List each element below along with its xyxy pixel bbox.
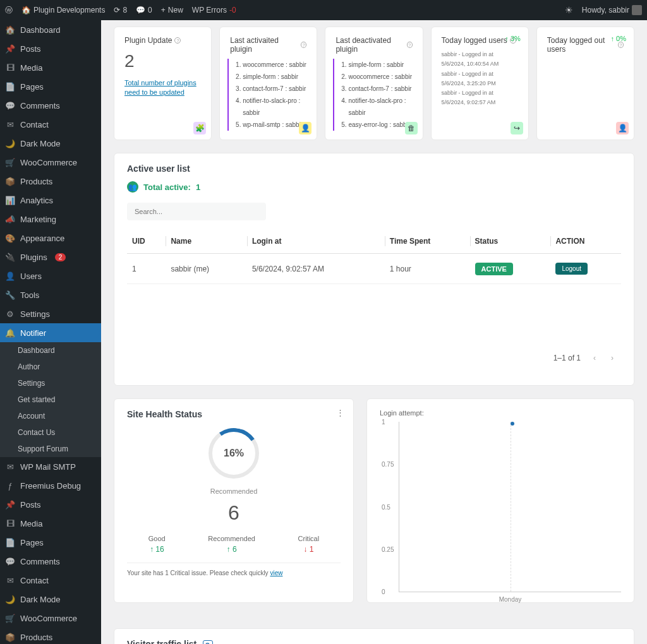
sidebar-item-dark-mode[interactable]: 🌙Dark Mode [0,590,101,609]
sidebar-item-products[interactable]: 📦Products [0,172,101,191]
submenu-get-started[interactable]: Get started [0,391,101,408]
sidebar-item-posts[interactable]: 📌Posts [0,39,101,58]
submenu-settings[interactable]: Settings [0,375,101,391]
health-view-link[interactable]: view [270,569,282,576]
sidebar-item-notifier[interactable]: 🔔Notifier [0,323,101,342]
site-health-panel: Site Health Status ⋮ 16% Recommended 6 G… [114,398,354,603]
log-item: sabbir - Logged in at 5/6/2024, 9:02:57 … [442,88,518,108]
prev-page-button[interactable]: ‹ [591,351,598,365]
sidebar-item-analytics[interactable]: 📊Analytics [0,191,101,210]
list-item: contact-form-7 : sabbir [243,83,306,95]
menu-icon: 🏠 [5,25,15,35]
visitor-traffic-panel: Visitor traffic list ⟳ IDIPCountryCityVi… [114,628,634,644]
menu-icon: 💬 [5,100,15,110]
help-icon[interactable]: ? [618,42,624,48]
sidebar-item-media[interactable]: 🎞Media [0,514,101,533]
submenu-account[interactable]: Account [0,408,101,424]
menu-icon: 📊 [5,195,15,205]
list-item: woocommerce : sabbir [348,71,412,83]
sidebar-item-settings[interactable]: ⚙Settings [0,304,101,323]
help-icon[interactable]: ? [301,42,307,48]
sidebar-item-woocommerce[interactable]: 🛒WooCommerce [0,609,101,628]
card-last-activated: Last activaited pluigin ? woocommerce : … [219,27,317,140]
health-gauge: 16% [209,428,259,479]
sidebar-item-freemius[interactable]: ƒFreemius Debug [0,476,101,495]
sidebar-item-products[interactable]: 📦Products [0,628,101,644]
sidebar-item-posts[interactable]: 📌Posts [0,495,101,514]
active-users-title: Active user list [127,164,621,174]
chart-xtick: Monday [499,596,522,603]
sidebar-item-comments[interactable]: 💬Comments [0,552,101,571]
new-button[interactable]: + New [161,6,183,15]
sidebar-item-marketing[interactable]: 📣Marketing [0,210,101,229]
status-badge: ACTIVE [475,263,513,275]
sidebar-item-appearance[interactable]: 🎨Appearance [0,229,101,247]
comments-icon[interactable]: 💬 0 [136,6,152,15]
active-users-search-input[interactable] [127,203,266,220]
sidebar-item-dark-mode[interactable]: 🌙Dark Mode [0,134,101,153]
menu-icon: ⚙ [5,309,15,319]
avatar-icon [632,5,642,15]
logged-in-stat: ↑ 3% [505,35,520,42]
table-header: Time Spent [385,229,470,254]
users-icon: 👥 [127,181,138,193]
login-icon: ↪ [511,122,523,134]
sidebar-item-pages[interactable]: 📄Pages [0,77,101,96]
plugin-update-link[interactable]: Total number of plugins need to be updat… [124,79,197,96]
card-logged-in: Today logged users ? ↑ 3% sabbir - Logge… [431,27,529,140]
chart-ytick: 0 [382,588,385,595]
site-name[interactable]: 🏠 Plugin Developments [21,6,105,15]
sidebar-item-tools[interactable]: 🔧Tools [0,285,101,304]
sidebar-item-plugins[interactable]: 🔌Plugins2 [0,247,101,266]
chart-ytick: 0.75 [382,461,394,468]
menu-icon: ✉ [5,575,15,585]
menu-icon: 📌 [5,44,15,54]
logout-button[interactable]: Logout [555,263,588,275]
visitor-traffic-title: Visitor traffic list ⟳ [127,639,621,644]
extension-icon: 🧩 [193,122,206,134]
list-item: simple-form : sabbir [348,59,412,71]
menu-icon: 👤 [5,271,15,281]
updates-icon[interactable]: ⟳ 8 [114,6,127,15]
admin-sidebar: 🏠Dashboard📌Posts🎞Media📄Pages💬Comments✉Co… [0,20,101,644]
help-icon[interactable]: ? [407,42,413,48]
sidebar-item-users[interactable]: 👤Users [0,266,101,285]
wp-errors[interactable]: WP Errors-0 [192,6,236,15]
sidebar-item-wpmailsmtp[interactable]: ✉WP Mail SMTP [0,457,101,476]
menu-icon: 🔌 [5,252,15,262]
log-item: sabbir - Logged in at 5/6/2024, 3:25:20 … [442,69,518,89]
wp-logo-icon[interactable]: ⓦ [5,5,13,16]
chart-data-point [511,422,514,426]
notifier-icon: 🔔 [5,328,15,338]
help-icon[interactable]: ? [174,37,181,44]
panel-menu-button[interactable]: ⋮ [336,408,344,417]
theme-toggle-icon[interactable]: ☀ [565,5,573,15]
total-active: 👥 Total active: 1 [127,181,621,193]
submenu-contact-us[interactable]: Contact Us [0,424,101,441]
submenu-support-forum[interactable]: Support Forum [0,441,101,457]
submenu-dashboard[interactable]: Dashboard [0,342,101,359]
sidebar-item-comments[interactable]: 💬Comments [0,96,101,115]
table-header: Status [470,229,551,254]
sidebar-item-woocommerce[interactable]: 🛒WooCommerce [0,153,101,172]
log-item: sabbir - Logged in at 5/6/2024, 10:40:54… [442,50,518,69]
pagination-info: 1–1 of 1 [553,354,581,362]
mail-icon: ✉ [5,462,15,472]
howdy-user[interactable]: Howdy, sabbir [582,5,642,15]
plugin-update-count: 2 [124,51,201,71]
next-page-button[interactable]: › [608,351,616,365]
sidebar-item-pages[interactable]: 📄Pages [0,533,101,552]
card-plugin-update: Plugin Update ? 2 Total number of plugin… [114,27,212,140]
sidebar-item-contact[interactable]: ✉Contact [0,115,101,134]
sidebar-item-contact[interactable]: ✉Contact [0,571,101,590]
menu-icon: 📌 [5,499,15,510]
list-item: simple-form : sabbir [243,71,306,83]
menu-icon: 📄 [5,537,15,547]
sidebar-item-dashboard[interactable]: 🏠Dashboard [0,20,101,39]
refresh-icon[interactable]: ⟳ [203,640,213,644]
login-attempt-panel: Login attempt: 00.250.50.751Monday [366,398,634,603]
submenu-author[interactable]: Author [0,359,101,375]
list-item: notifier-to-slack-pro : sabbir [348,95,412,119]
sidebar-item-media[interactable]: 🎞Media [0,58,101,77]
table-header: UID [127,229,166,254]
